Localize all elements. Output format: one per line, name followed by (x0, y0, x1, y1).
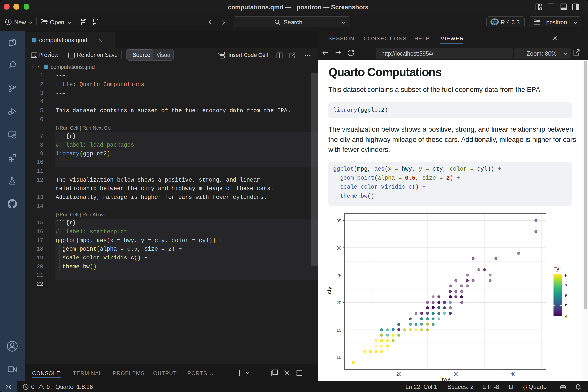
svg-text:35: 35 (336, 218, 341, 224)
svg-text:8: 8 (565, 273, 568, 278)
svg-text:5: 5 (565, 303, 568, 308)
svg-text:15: 15 (336, 328, 341, 333)
svg-text:30: 30 (336, 246, 341, 251)
svg-text:7: 7 (565, 283, 568, 288)
svg-text:6: 6 (565, 293, 568, 298)
svg-text:cyl: cyl (554, 265, 560, 272)
svg-text:hwy: hwy (440, 376, 450, 381)
svg-text:40: 40 (510, 372, 516, 376)
svg-text:30: 30 (454, 372, 458, 376)
svg-text:25: 25 (336, 273, 341, 278)
svg-text:10: 10 (336, 355, 341, 360)
svg-text:20: 20 (396, 372, 401, 376)
svg-text:20: 20 (336, 300, 341, 305)
svg-text:4: 4 (565, 314, 568, 319)
svg-text:R: R (493, 20, 497, 26)
svg-text:cty: cty (326, 287, 332, 294)
